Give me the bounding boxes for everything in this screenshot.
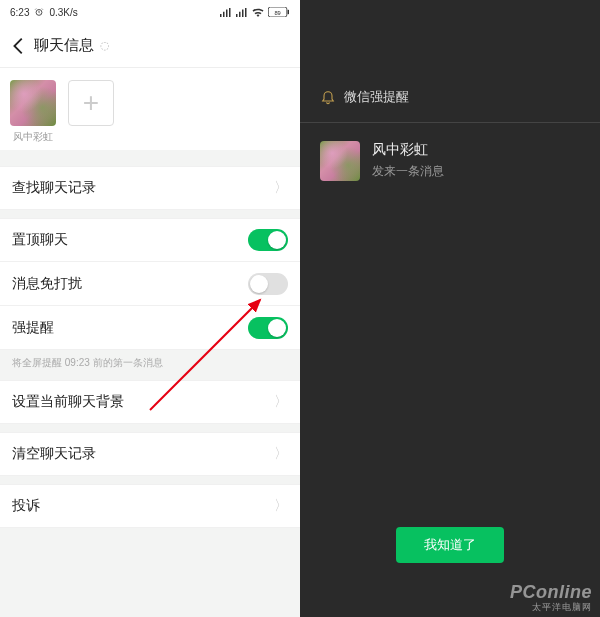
- signal-icon-2: [236, 8, 248, 17]
- svg-rect-5: [236, 14, 238, 17]
- member-item[interactable]: 风中彩虹: [10, 80, 56, 144]
- chevron-right-icon: 〉: [274, 393, 288, 411]
- back-icon[interactable]: [8, 35, 30, 57]
- chevron-right-icon: 〉: [274, 497, 288, 515]
- complaint-row[interactable]: 投诉 〉: [0, 484, 300, 528]
- right-screenshot: 微信强提醒 风中彩虹 发来一条消息 我知道了 PConline 太平洋电脑网: [300, 0, 600, 617]
- set-background-row[interactable]: 设置当前聊天背景 〉: [0, 380, 300, 424]
- battery-icon: 89: [268, 7, 290, 17]
- alarm-icon: [34, 7, 44, 17]
- loading-spinner-icon: ◌: [100, 39, 110, 52]
- strong-alert-hint: 将全屏提醒 09:23 前的第一条消息: [0, 350, 300, 372]
- row-label: 置顶聊天: [12, 231, 248, 249]
- row-label: 消息免打扰: [12, 275, 248, 293]
- chevron-right-icon: 〉: [274, 445, 288, 463]
- pin-chat-row: 置顶聊天: [0, 218, 300, 262]
- watermark-brand: PConline: [510, 583, 592, 603]
- members-section: 风中彩虹 +: [0, 68, 300, 150]
- row-label: 查找聊天记录: [12, 179, 274, 197]
- pin-chat-toggle[interactable]: [248, 229, 288, 251]
- svg-rect-6: [239, 11, 241, 16]
- wifi-icon: [252, 8, 264, 17]
- member-name: 风中彩虹: [10, 130, 56, 144]
- add-member-button[interactable]: +: [68, 80, 114, 144]
- alert-title: 微信强提醒: [344, 88, 409, 106]
- left-screenshot: 6:23 0.3K/s 89 聊天信息 ◌ 风中彩虹 + 查找聊天记录 〉 置顶…: [0, 0, 300, 617]
- alert-header: 微信强提醒: [300, 88, 600, 123]
- row-label: 投诉: [12, 497, 274, 515]
- svg-rect-1: [220, 14, 222, 17]
- mute-toggle[interactable]: [248, 273, 288, 295]
- watermark-sub: 太平洋电脑网: [510, 603, 592, 613]
- status-bar: 6:23 0.3K/s 89: [0, 0, 300, 24]
- row-label: 强提醒: [12, 319, 248, 337]
- svg-rect-7: [242, 9, 244, 17]
- alert-sender-name: 风中彩虹: [372, 141, 444, 159]
- avatar: [320, 141, 360, 181]
- signal-icon-1: [220, 8, 232, 17]
- acknowledge-button[interactable]: 我知道了: [396, 527, 504, 563]
- clear-history-row[interactable]: 清空聊天记录 〉: [0, 432, 300, 476]
- strong-alert-toggle[interactable]: [248, 317, 288, 339]
- page-title: 聊天信息: [34, 36, 94, 55]
- watermark: PConline 太平洋电脑网: [510, 583, 592, 613]
- avatar: [10, 80, 56, 126]
- page-header: 聊天信息 ◌: [0, 24, 300, 68]
- search-history-row[interactable]: 查找聊天记录 〉: [0, 166, 300, 210]
- svg-rect-4: [229, 8, 231, 17]
- svg-rect-2: [223, 11, 225, 16]
- bell-icon: [320, 89, 336, 105]
- svg-rect-3: [226, 9, 228, 17]
- chevron-right-icon: 〉: [274, 179, 288, 197]
- svg-text:89: 89: [274, 10, 280, 16]
- svg-rect-8: [245, 8, 247, 17]
- alert-content: 风中彩虹 发来一条消息: [300, 123, 600, 199]
- plus-icon: +: [68, 80, 114, 126]
- strong-alert-row: 强提醒: [0, 306, 300, 350]
- row-label: 清空聊天记录: [12, 445, 274, 463]
- status-speed: 0.3K/s: [49, 7, 77, 18]
- svg-rect-10: [288, 10, 289, 14]
- row-label: 设置当前聊天背景: [12, 393, 274, 411]
- status-time: 6:23: [10, 7, 29, 18]
- mute-row: 消息免打扰: [0, 262, 300, 306]
- alert-message: 发来一条消息: [372, 163, 444, 180]
